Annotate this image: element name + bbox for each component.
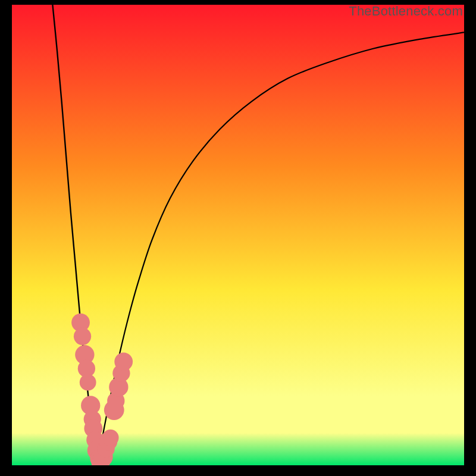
chart-svg bbox=[12, 5, 464, 465]
data-dot bbox=[74, 328, 91, 345]
data-dot bbox=[114, 352, 133, 371]
data-dot bbox=[102, 430, 119, 446]
chart-frame: TheBottleneck.com bbox=[0, 0, 476, 476]
gradient-bg bbox=[12, 5, 464, 465]
data-dot bbox=[80, 374, 96, 391]
watermark-text: TheBottleneck.com bbox=[349, 4, 463, 19]
plot-area bbox=[12, 5, 464, 465]
